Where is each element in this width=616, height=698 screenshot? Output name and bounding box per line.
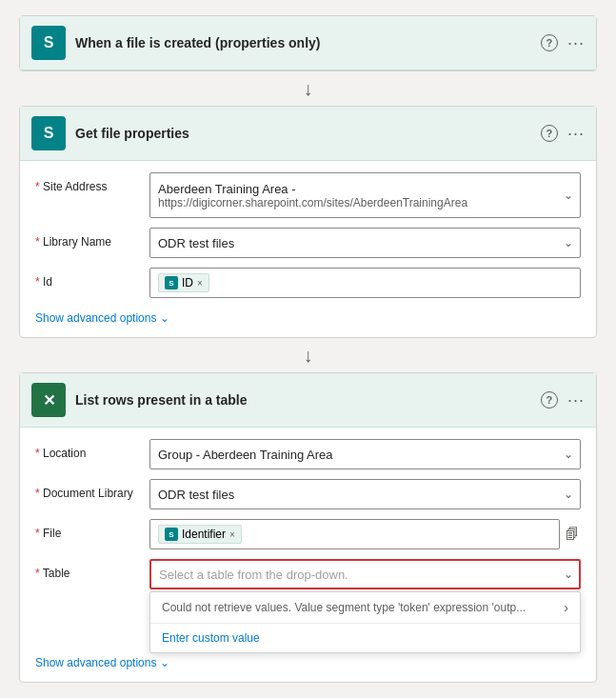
doc-library-row: Document Library ODR test files ⌄ [35, 479, 581, 509]
flow-container: S When a file is created (properties onl… [19, 15, 597, 698]
site-address-row: Site Address Aberdeen Training Area - ht… [35, 172, 581, 218]
list-rows-header: ✕ List rows present in a table ? ··· [20, 373, 596, 428]
file-token-field[interactable]: S Identifier × [149, 519, 560, 549]
file-token-label: Identifier [182, 528, 226, 541]
list-rows-help-icon[interactable]: ? [541, 391, 558, 409]
location-field[interactable]: Group - Aberdeen Training Area [149, 439, 581, 469]
trigger-actions: ? ··· [541, 33, 585, 53]
file-token: S Identifier × [158, 525, 242, 544]
library-name-row: Library Name ODR test files ⌄ [35, 228, 581, 258]
table-error-item: Could not retrieve values. Value segment… [150, 592, 580, 624]
file-token-icon: S [165, 528, 178, 541]
table-row: Table Select a table from the drop-down.… [35, 559, 581, 589]
table-custom-value-item[interactable]: Enter custom value [150, 624, 580, 652]
table-field[interactable]: Select a table from the drop-down. [149, 559, 581, 589]
table-custom-value-label: Enter custom value [162, 631, 260, 645]
id-token-label: ID [182, 276, 193, 289]
id-label: Id [35, 268, 140, 289]
table-control: Select a table from the drop-down. ⌄ Cou… [149, 559, 581, 589]
list-rows-icon: ✕ [31, 383, 66, 417]
id-token-field[interactable]: S ID × [149, 268, 581, 298]
get-file-card: S Get file properties ? ··· Site Address… [19, 106, 597, 338]
list-rows-advanced-link[interactable]: Show advanced options ⌄ [35, 656, 169, 669]
trigger-icon: S [31, 26, 66, 60]
list-rows-card: ✕ List rows present in a table ? ··· Loc… [19, 372, 597, 683]
id-token: S ID × [158, 273, 209, 292]
list-rows-menu-icon[interactable]: ··· [567, 390, 585, 410]
library-name-field[interactable]: ODR test files [149, 228, 581, 258]
table-placeholder: Select a table from the drop-down. [159, 568, 348, 582]
library-name-control: ODR test files ⌄ [149, 228, 581, 258]
location-control: Group - Aberdeen Training Area ⌄ [149, 439, 581, 469]
trigger-header: S When a file is created (properties onl… [20, 16, 596, 70]
table-label: Table [35, 559, 140, 580]
get-file-menu-icon[interactable]: ··· [567, 124, 585, 144]
file-label: File [35, 519, 140, 540]
file-row: File S Identifier × 🗐 [35, 519, 581, 549]
get-file-header: S Get file properties ? ··· [20, 107, 596, 161]
table-error-chevron: › [564, 600, 568, 615]
library-name-label: Library Name [35, 228, 140, 249]
location-row: Location Group - Aberdeen Training Area … [35, 439, 581, 469]
table-dropdown: Could not retrieve values. Value segment… [149, 591, 581, 653]
list-rows-actions: ? ··· [541, 390, 585, 410]
site-address-control: Aberdeen Training Area - https://digicor… [149, 172, 581, 218]
get-file-actions: ? ··· [541, 124, 585, 144]
arrow-2: ↓ [304, 338, 313, 372]
id-control: S ID × [149, 268, 581, 298]
library-name-wrapper: ODR test files ⌄ [149, 228, 581, 258]
table-error-message: Could not retrieve values. Value segment… [162, 601, 526, 614]
get-file-advanced-label: Show advanced options [35, 311, 156, 325]
doc-library-field[interactable]: ODR test files [149, 479, 581, 509]
doc-library-value: ODR test files [158, 488, 234, 502]
id-token-icon: S [165, 276, 178, 289]
get-file-body: Site Address Aberdeen Training Area - ht… [20, 161, 596, 337]
list-rows-advanced-chevron: ⌄ [160, 656, 169, 669]
doc-library-wrapper: ODR test files ⌄ [149, 479, 581, 509]
doc-library-control: ODR test files ⌄ [149, 479, 581, 509]
arrow-1: ↓ [304, 71, 313, 106]
location-value: Group - Aberdeen Training Area [158, 448, 333, 462]
trigger-help-icon[interactable]: ? [541, 34, 558, 51]
library-name-value: ODR test files [158, 236, 234, 250]
site-address-line1: Aberdeen Training Area - [158, 182, 551, 196]
site-address-field[interactable]: Aberdeen Training Area - https://digicor… [149, 172, 581, 218]
location-wrapper: Group - Aberdeen Training Area ⌄ [149, 439, 581, 469]
list-rows-advanced-label: Show advanced options [35, 656, 156, 669]
get-file-icon: S [31, 116, 66, 150]
site-address-line2: https://digicorner.sharepoint.com/sites/… [158, 196, 551, 209]
get-file-advanced-chevron: ⌄ [160, 311, 169, 325]
list-rows-icon-label: ✕ [43, 391, 55, 409]
trigger-title: When a file is created (properties only) [75, 35, 531, 50]
doc-library-label: Document Library [35, 479, 140, 500]
get-file-advanced-link[interactable]: Show advanced options ⌄ [35, 311, 169, 325]
site-address-wrapper: Aberdeen Training Area - https://digicor… [149, 172, 581, 218]
file-control: S Identifier × 🗐 [149, 519, 581, 549]
list-rows-body: Location Group - Aberdeen Training Area … [20, 428, 596, 682]
trigger-menu-icon[interactable]: ··· [567, 33, 585, 53]
list-rows-title: List rows present in a table [75, 392, 531, 408]
file-token-close[interactable]: × [229, 529, 235, 540]
file-copy-icon[interactable]: 🗐 [564, 525, 581, 544]
table-wrapper: Select a table from the drop-down. ⌄ [149, 559, 581, 589]
get-file-help-icon[interactable]: ? [541, 125, 558, 142]
id-token-close[interactable]: × [197, 278, 203, 289]
id-row: Id S ID × [35, 268, 581, 298]
site-address-label: Site Address [35, 172, 140, 193]
get-file-title: Get file properties [75, 126, 531, 141]
trigger-card: S When a file is created (properties onl… [19, 15, 597, 71]
location-label: Location [35, 439, 140, 460]
